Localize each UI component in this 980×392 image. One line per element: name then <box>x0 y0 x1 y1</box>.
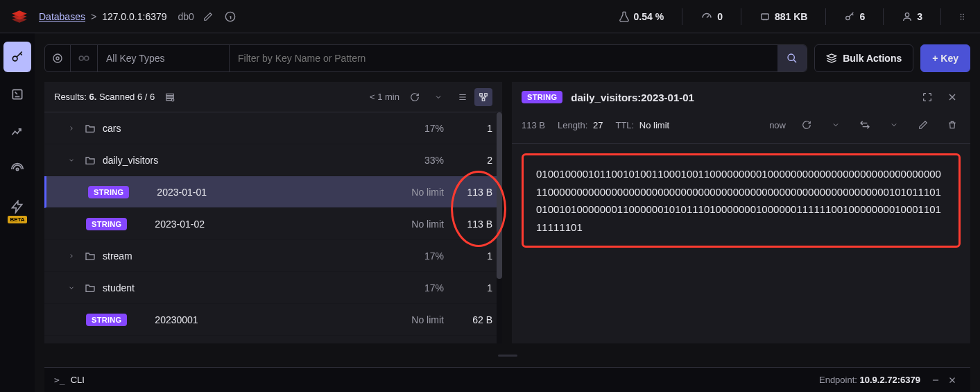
folder-percent: 17% <box>402 250 444 262</box>
metric-memory-value: 881 KB <box>775 11 807 22</box>
cli-bar[interactable]: >_ CLI Endpoint: 10.9.2.72:6379 <box>44 367 970 392</box>
flask-icon <box>619 11 630 22</box>
key-icon <box>844 11 855 22</box>
refresh-scan-icon[interactable] <box>406 89 423 105</box>
view-toggle <box>454 88 492 106</box>
filter-mode-toggle[interactable] <box>45 45 71 71</box>
key-type-select[interactable]: All Key Types <box>98 45 230 71</box>
tree-view-toggle[interactable] <box>474 88 492 106</box>
detail-length: 27 <box>593 120 603 130</box>
tree-folder-stream[interactable]: stream 17% 1 <box>44 240 502 272</box>
info-icon[interactable] <box>222 8 239 25</box>
key-ttl: No limit <box>388 187 444 198</box>
type-badge-string: STRING <box>88 186 129 198</box>
tree-folder-daily-visitors[interactable]: daily_visitors 33% 2 <box>44 144 502 176</box>
svg-point-14 <box>56 57 59 60</box>
results-settings-icon[interactable] <box>162 89 178 105</box>
svg-point-10 <box>12 56 17 61</box>
swap-icon[interactable] <box>857 117 873 133</box>
folder-count: 1 <box>451 282 492 293</box>
folder-name: stream <box>103 250 395 262</box>
nav-workbench[interactable] <box>3 79 31 110</box>
results-bar: Results: 6. Scanned 6 / 6 < 1 min <box>44 82 502 112</box>
nav-analytics[interactable] <box>3 117 31 147</box>
redis-logo-icon[interactable] <box>8 6 31 28</box>
detail-ttl: No limit <box>639 120 669 130</box>
svg-rect-24 <box>482 98 485 101</box>
chevron-down-icon[interactable] <box>886 117 902 133</box>
cli-endpoint: 10.9.2.72:6379 <box>860 375 920 385</box>
key-pattern-input[interactable] <box>230 45 777 71</box>
add-key-label: + Key <box>932 53 958 64</box>
filter-view-toggle[interactable] <box>71 45 98 71</box>
tree-key-dv1[interactable]: STRING 2023-01-01 No limit 113 B <box>44 176 502 208</box>
key-name: 2023-01-02 <box>155 219 381 230</box>
tree-folder-student[interactable]: student 17% 1 <box>44 272 502 304</box>
key-filter-group: All Key Types <box>44 44 807 72</box>
svg-point-9 <box>963 18 964 19</box>
refresh-icon[interactable] <box>798 117 815 133</box>
search-button[interactable] <box>777 45 807 71</box>
key-size: 113 B <box>451 219 492 230</box>
detail-value[interactable]: 0100100001011001010011000100110000000001… <box>522 153 961 248</box>
metric-clients-value: 3 <box>917 11 922 22</box>
tree-folder-cars[interactable]: cars 17% 1 <box>44 112 502 144</box>
key-type-label: All Key Types <box>106 53 165 64</box>
chevron-right-icon <box>68 125 78 132</box>
gauge-icon <box>700 10 713 23</box>
tree-key-st1[interactable]: STRING 20230001 No limit 62 B <box>44 304 502 336</box>
bulk-actions-label: Bulk Actions <box>843 53 902 64</box>
close-icon[interactable] <box>944 89 961 105</box>
edit-icon[interactable] <box>200 8 216 25</box>
svg-rect-23 <box>485 93 488 96</box>
key-ttl: No limit <box>388 314 444 325</box>
detail-header: STRING daily_visitors:2023-01-01 <box>512 82 970 112</box>
type-badge-string: STRING <box>86 218 127 230</box>
list-view-toggle[interactable] <box>454 88 472 106</box>
results-count: 6. <box>89 92 97 102</box>
folder-name: cars <box>103 123 395 134</box>
fullscreen-icon[interactable] <box>919 89 936 105</box>
metric-memory: 881 KB <box>753 11 814 22</box>
nav-triggers[interactable]: BETA <box>3 191 31 222</box>
folder-count: 1 <box>451 250 492 262</box>
bulk-actions-button[interactable]: Bulk Actions <box>814 44 913 72</box>
folder-count: 2 <box>451 155 492 166</box>
add-key-button[interactable]: + Key <box>920 44 970 72</box>
svg-rect-19 <box>166 96 174 97</box>
trash-icon[interactable] <box>944 117 961 133</box>
metric-ops: 0 <box>694 10 730 23</box>
close-icon[interactable] <box>944 372 961 389</box>
folder-open-icon <box>85 155 96 166</box>
sidenav: BETA <box>0 33 35 392</box>
tree-key-dv2[interactable]: STRING 2023-01-02 No limit 113 B <box>44 208 502 240</box>
cli-resize-handle[interactable] <box>44 353 970 357</box>
filter-bar: All Key Types Bulk Actions + Key <box>44 44 970 72</box>
folder-open-icon <box>85 282 96 293</box>
results-label: Results: <box>54 92 89 102</box>
edit-icon[interactable] <box>915 117 931 133</box>
svg-point-6 <box>961 16 962 17</box>
scrollbar-thumb[interactable] <box>497 112 502 279</box>
key-name: 20230001 <box>155 314 381 325</box>
nav-pubsub[interactable] <box>3 154 31 185</box>
breadcrumb-separator: > <box>91 11 96 22</box>
minimize-icon[interactable] <box>927 372 944 389</box>
cli-label: CLI <box>71 375 85 385</box>
svg-point-8 <box>961 18 962 19</box>
chevron-down-icon[interactable] <box>430 89 447 105</box>
chevron-down-icon[interactable] <box>827 117 844 133</box>
key-size: 62 B <box>451 314 492 325</box>
nav-keys[interactable] <box>3 42 31 72</box>
more-icon[interactable] <box>955 8 972 25</box>
svg-point-5 <box>963 13 964 15</box>
folder-icon <box>85 123 96 134</box>
type-badge-string: STRING <box>522 91 562 103</box>
breadcrumb-databases-link[interactable]: Databases <box>39 11 85 22</box>
type-badge-string: STRING <box>86 314 127 326</box>
memory-icon <box>759 11 771 22</box>
folder-percent: 17% <box>402 282 444 293</box>
key-name: 2023-01-01 <box>157 187 381 198</box>
chevron-down-icon <box>68 284 78 291</box>
svg-rect-22 <box>480 93 483 96</box>
